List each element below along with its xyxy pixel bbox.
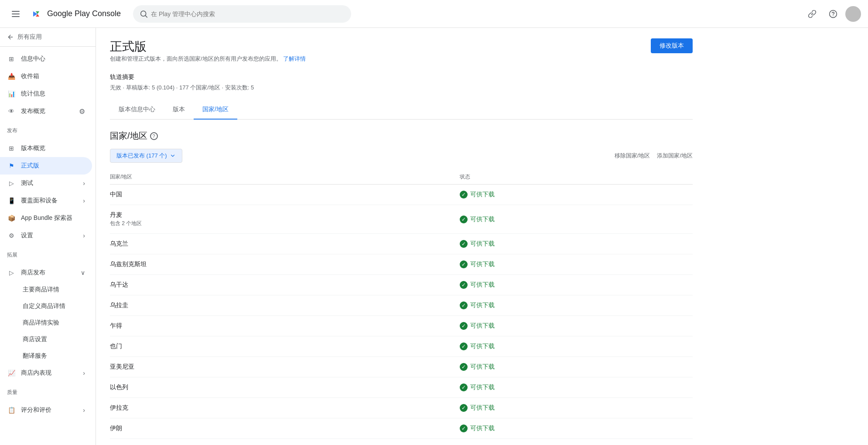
tab-version-info[interactable]: 版本信息中心 xyxy=(110,100,164,120)
sidebar-item-release-overview[interactable]: 👁 发布概览 ⚙ xyxy=(0,103,92,120)
settings-label: 设置 xyxy=(21,232,33,240)
status-label: 可供下载 xyxy=(470,191,495,199)
country-cell: 以色列 xyxy=(110,377,460,398)
check-icon: ✓ xyxy=(460,191,468,199)
main-content-area: 正式版 创建和管理正式版本，面向所选国家/地区的所有用户发布您的应用。 了解详情… xyxy=(96,28,868,445)
country-name: 亚美尼亚 xyxy=(110,363,460,371)
remove-countries-link[interactable]: 移除国家/地区 xyxy=(615,152,650,160)
search-icon xyxy=(140,10,147,18)
sidebar-item-test[interactable]: ▷ 测试 › xyxy=(0,175,92,192)
help-circle-icon[interactable]: ? xyxy=(150,132,158,140)
chevron-right-icon-4: › xyxy=(83,370,85,377)
status-cell: ✓ 可供下载 xyxy=(460,377,693,398)
sidebar-item-cover[interactable]: 📱 覆盖面和设备 › xyxy=(0,192,92,209)
eye-icon: 👁 xyxy=(7,107,16,116)
section-title: 国家/地区 ? xyxy=(110,130,693,142)
check-icon: ✓ xyxy=(460,342,468,350)
performance-icon: 📈 xyxy=(7,369,16,377)
link-button[interactable] xyxy=(803,5,821,23)
country-name: 以色列 xyxy=(110,383,460,391)
sidebar-item-store-publish[interactable]: ▷ 商店发布 ∨ xyxy=(0,264,92,281)
back-button[interactable]: 所有应用 xyxy=(0,28,96,47)
sidebar-item-inbox[interactable]: 📥 收件箱 xyxy=(0,68,92,85)
table-row: 伊拉克 ✓ 可供下载 xyxy=(110,398,693,418)
section-quality-label: 质量 xyxy=(0,385,96,398)
help-button[interactable] xyxy=(824,5,842,23)
status-cell: ✓ 可供下载 xyxy=(460,234,693,254)
sidebar-item-release[interactable]: ⚑ 正式版 xyxy=(0,157,92,175)
country-name: 伊拉克 xyxy=(110,404,460,412)
country-cell: 乌克兰 xyxy=(110,234,460,254)
avatar[interactable] xyxy=(845,6,861,22)
country-name: 丹麦 xyxy=(110,211,460,219)
svg-point-7 xyxy=(833,15,834,16)
sidebar-item-listing-experiment[interactable]: 商品详情实验 xyxy=(16,315,92,331)
section-expand-label: 拓展 xyxy=(0,248,96,260)
sidebar-item-custom-listing[interactable]: 自定义商品详情 xyxy=(16,298,92,315)
store-performance-label: 商店内表现 xyxy=(21,369,51,377)
grid-icon: ⊞ xyxy=(7,55,16,63)
status-cell: ✓ 可供下载 xyxy=(460,205,693,234)
menu-hamburger-button[interactable] xyxy=(7,5,24,23)
table-row: 伊朗 ✓ 可供下载 xyxy=(110,418,693,439)
main-content: 正式版 创建和管理正式版本，面向所选国家/地区的所有用户发布您的应用。 了解详情… xyxy=(96,28,707,445)
sidebar-item-settings[interactable]: ⚙ 设置 › xyxy=(0,227,92,244)
filter-button[interactable]: 版本已发布 (177 个) xyxy=(110,149,182,163)
store-icon: ▷ xyxy=(7,268,16,277)
sidebar-item-version-overview[interactable]: ⊞ 版本概览 xyxy=(0,140,92,157)
bundle-icon: 📦 xyxy=(7,214,16,222)
chevron-right-icon-2: › xyxy=(83,197,85,204)
sidebar-item-store-performance[interactable]: 📈 商店内表现 › xyxy=(0,364,92,382)
country-cell: 乌兹别克斯坦 xyxy=(110,254,460,275)
test-icon: ▷ xyxy=(7,179,16,188)
app-title: Google Play Console xyxy=(47,9,121,18)
country-name: 乌克兰 xyxy=(110,240,460,248)
edit-version-button[interactable]: 修改版本 xyxy=(651,38,693,53)
status-cell: ✓ 可供下载 xyxy=(460,254,693,275)
help-icon xyxy=(829,10,837,18)
learn-more-link[interactable]: 了解详情 xyxy=(283,55,306,62)
store-sub-items: 主要商品详情 自定义商品详情 商品详情实验 商店设置 翻译服务 xyxy=(0,281,96,364)
settings-icon: ⚙ xyxy=(79,107,85,116)
sidebar-item-ratings[interactable]: 📋 评分和评价 › xyxy=(0,401,92,419)
status-available: ✓ 可供下载 xyxy=(460,260,693,268)
sidebar-item-app-bundle[interactable]: 📦 App Bundle 探索器 xyxy=(0,209,92,227)
sidebar: 所有应用 ⊞ 信息中心 📥 收件箱 📊 统计信息 👁 发布概览 ⚙ 发布 xyxy=(0,28,96,445)
alert-icon: ⚑ xyxy=(7,161,16,170)
table-row: 乍得 ✓ 可供下载 xyxy=(110,316,693,336)
inbox-icon: 📥 xyxy=(7,72,16,81)
status-label: 可供下载 xyxy=(470,281,495,289)
search-input[interactable] xyxy=(151,10,344,17)
sidebar-item-main-listing[interactable]: 主要商品详情 xyxy=(16,281,92,298)
sidebar-item-store-settings[interactable]: 商店设置 xyxy=(16,331,92,348)
country-cell: 中国 xyxy=(110,185,460,205)
settings-gear-icon: ⚙ xyxy=(7,231,16,240)
chevron-down-icon: ∨ xyxy=(81,269,85,276)
sidebar-item-stats[interactable]: 📊 统计信息 xyxy=(0,85,92,103)
svg-line-5 xyxy=(145,15,147,17)
topbar: Google Play Console xyxy=(0,0,868,28)
track-summary: 轨道摘要 无效 · 草稿版本: 5 (0.104) · 177 个国家/地区 ·… xyxy=(110,73,693,92)
svg-rect-0 xyxy=(12,11,20,12)
search-bar[interactable] xyxy=(133,5,351,23)
cover-label: 覆盖面和设备 xyxy=(21,197,58,205)
col-country: 国家/地区 xyxy=(110,170,460,185)
status-available: ✓ 可供下载 xyxy=(460,216,693,223)
tab-countries[interactable]: 国家/地区 xyxy=(194,100,237,120)
status-available: ✓ 可供下载 xyxy=(460,424,693,432)
status-label: 可供下载 xyxy=(470,216,495,223)
status-cell: ✓ 可供下载 xyxy=(460,398,693,418)
cover-icon: 📱 xyxy=(7,196,16,205)
check-icon: ✓ xyxy=(460,322,468,330)
tab-versions[interactable]: 版本 xyxy=(164,100,194,120)
status-available: ✓ 可供下载 xyxy=(460,191,693,199)
status-available: ✓ 可供下载 xyxy=(460,301,693,309)
sidebar-item-info-center[interactable]: ⊞ 信息中心 xyxy=(0,50,92,68)
test-label: 测试 xyxy=(21,179,33,187)
page-header: 正式版 创建和管理正式版本，面向所选国家/地区的所有用户发布您的应用。 了解详情… xyxy=(110,38,693,70)
table-header: 国家/地区 状态 xyxy=(110,170,693,185)
chevron-right-icon-3: › xyxy=(83,232,85,239)
sidebar-item-translation[interactable]: 翻译服务 xyxy=(16,348,92,364)
table-row: 也门 ✓ 可供下载 xyxy=(110,336,693,357)
add-countries-link[interactable]: 添加国家/地区 xyxy=(657,152,693,160)
